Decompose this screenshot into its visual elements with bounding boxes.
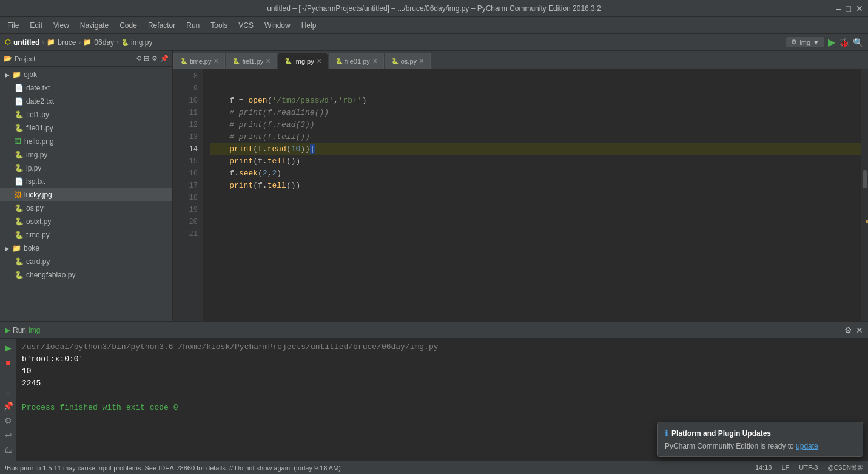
tree-folder-boke[interactable]: 📁 boke [0, 242, 172, 255]
menu-refactor[interactable]: Refactor [143, 20, 180, 31]
scroll-thumb[interactable] [863, 170, 867, 188]
statusbar-logo: @CSDN博客 [828, 464, 864, 472]
code-line-8 [210, 70, 861, 83]
file-icon-hellopng: 🖼 [15, 137, 22, 146]
run-tool-settings[interactable]: ⚙ [844, 325, 852, 335]
tab-icon-ospy: 🐍 [391, 58, 399, 64]
code-content[interactable]: f = open('/tmp/passwd','rb+') # print(f.… [203, 69, 861, 321]
code-line-17: print(f.tell()) [210, 180, 861, 192]
menu-vcs[interactable]: VCS [234, 20, 258, 31]
tree-file-luckyjpg[interactable]: 🖼 lucky.jpg [0, 188, 172, 201]
breadcrumb-sep2: › [78, 38, 81, 47]
tab-close-fiel1py[interactable]: ✕ [266, 58, 271, 64]
breadcrumb-bruce[interactable]: 📁 bruce [47, 38, 76, 47]
code-editor[interactable]: 8 9 10 11 12 13 14 15 16 17 18 19 20 21 [173, 69, 868, 321]
code-line-10: f = open('/tmp/passwd','rb+') [210, 95, 861, 107]
menu-view[interactable]: View [49, 20, 74, 31]
tab-close-timepy[interactable]: ✕ [214, 58, 218, 64]
statusbar-encoding[interactable]: UTF-8 [799, 464, 818, 472]
code-line-9 [210, 83, 861, 95]
tab-timepy[interactable]: 🐍 time.py ✕ [173, 53, 225, 69]
file-icon-imgpy: 🐍 [121, 39, 129, 46]
menu-navigate[interactable]: Navigate [75, 20, 113, 31]
editor-tabs: 🐍 time.py ✕ 🐍 fiel1.py ✕ 🐍 img.py ✕ 🐍 fi… [173, 51, 868, 69]
output-finish: Process finished with exit code 0 [22, 402, 863, 414]
folder-icon-bruce: 📁 [47, 38, 55, 46]
tree-file-ippy[interactable]: 🐍 ip.py [0, 161, 172, 175]
tree-file-chengfabiaopy[interactable]: 🐍 chengfabiao.py [0, 268, 172, 282]
editor-scrollbar[interactable] [861, 69, 868, 321]
tab-ospy[interactable]: 🐍 os.py ✕ [385, 53, 431, 69]
tab-file01py[interactable]: 🐍 file01.py ✕ [329, 53, 384, 69]
breadcrumb-bar: ⬡ untitled › 📁 bruce › 📁 06day › 🐍 img.p… [0, 34, 868, 51]
breadcrumb-untitled[interactable]: ⬡ untitled [5, 38, 39, 47]
maximize-button[interactable]: □ [846, 4, 851, 13]
run-scroll-up-btn[interactable]: ↑ [2, 370, 15, 384]
breadcrumb-06day[interactable]: 📁 06day [83, 38, 114, 47]
output-result3: 2245 [22, 378, 863, 390]
project-tool-sync[interactable]: ⟲ [136, 55, 141, 63]
window-controls[interactable]: – □ ✕ [836, 4, 863, 13]
tree-file-isptxt[interactable]: 📄 isp.txt [0, 175, 172, 188]
tree-file-cardpy[interactable]: 🐍 card.py [0, 255, 172, 268]
file-icon-ospy: 🐍 [15, 204, 24, 212]
titlebar: untitled – [~/PycharmProjects/untitled] … [0, 0, 868, 17]
menu-edit[interactable]: Edit [25, 20, 47, 31]
run-tree-btn[interactable]: 🗂 [2, 443, 15, 456]
tree-file-imgpy[interactable]: 🐍 img.py [0, 148, 172, 161]
tab-icon-file01py: 🐍 [335, 58, 343, 64]
folder-label-ojbk: ojbk [24, 70, 37, 79]
tree-folder-ojbk[interactable]: 📁 ojbk [0, 68, 172, 81]
tab-close-file01py[interactable]: ✕ [372, 58, 377, 64]
notification-update-link[interactable]: update [796, 442, 818, 450]
run-config-selector[interactable]: ⚙ img ▼ [786, 37, 824, 47]
tree-file-hellopng[interactable]: 🖼 hello.png [0, 135, 172, 148]
tab-imgpy[interactable]: 🐍 img.py ✕ [278, 53, 328, 69]
project-tool-pin[interactable]: 📌 [160, 55, 169, 63]
project-tool-collapse[interactable]: ⊟ [144, 55, 149, 63]
tree-file-osxtpy[interactable]: 🐍 ostxt.py [0, 215, 172, 228]
run-filter-btn[interactable]: ⚙ [2, 414, 15, 427]
tree-file-datetxt[interactable]: 📄 date.txt [0, 81, 172, 95]
run-wrap-btn[interactable]: ↩ [2, 428, 15, 442]
project-tool-settings[interactable]: ⚙ [152, 55, 158, 63]
folder-icon-ojbk: 📁 [12, 70, 21, 79]
code-line-11: # print(f.readline()) [210, 107, 861, 119]
run-button[interactable]: ▶ [828, 36, 835, 48]
menu-window[interactable]: Window [260, 20, 295, 31]
breadcrumb-sep3: › [116, 38, 119, 47]
tab-fiel1py[interactable]: 🐍 fiel1.py ✕ [226, 53, 277, 69]
run-pin-btn[interactable]: 📌 [2, 399, 15, 413]
statusbar-linesep[interactable]: LF [781, 464, 789, 472]
main-area: 📂 Project ⟲ ⊟ ⚙ 📌 📁 ojbk 📄 date.txt [0, 51, 868, 321]
run-stop-btn[interactable]: ■ [2, 356, 15, 369]
menu-help[interactable]: Help [297, 20, 321, 31]
run-tool-close[interactable]: ✕ [856, 325, 863, 335]
run-restart-btn[interactable]: ▶ [2, 341, 15, 354]
breadcrumb-imgpy[interactable]: 🐍 img.py [121, 38, 152, 47]
file-label-ippy: ip.py [26, 164, 41, 172]
tree-file-file01py[interactable]: 🐍 file01.py [0, 121, 172, 135]
menu-code[interactable]: Code [115, 20, 142, 31]
file-label-isptxt: isp.txt [26, 177, 45, 186]
run-config-arrow: ▼ [813, 39, 819, 46]
tree-file-ospy[interactable]: 🐍 os.py [0, 201, 172, 215]
file-label-hellopng: hello.png [24, 137, 54, 146]
run-scroll-down-btn[interactable]: ↓ [2, 385, 15, 398]
menu-run[interactable]: Run [181, 20, 204, 31]
menu-tools[interactable]: Tools [206, 20, 232, 31]
tab-close-ospy[interactable]: ✕ [419, 58, 424, 64]
statusbar-position[interactable]: 14:18 [755, 464, 772, 472]
debug-button[interactable]: 🐞 [839, 38, 849, 47]
tree-file-timepy[interactable]: 🐍 time.py [0, 228, 172, 242]
tab-close-imgpy[interactable]: ✕ [317, 58, 321, 64]
search-button[interactable]: 🔍 [853, 38, 863, 47]
minimize-button[interactable]: – [836, 4, 841, 13]
linenum-21: 21 [173, 228, 198, 240]
tree-file-fiel1py[interactable]: 🐍 fiel1.py [0, 108, 172, 121]
tree-file-date2txt[interactable]: 📄 date2.txt [0, 95, 172, 108]
folder-label-boke: boke [24, 244, 39, 252]
menu-file[interactable]: File [2, 20, 24, 31]
breadcrumb-bruce-label: bruce [58, 38, 76, 47]
close-button[interactable]: ✕ [856, 4, 863, 13]
